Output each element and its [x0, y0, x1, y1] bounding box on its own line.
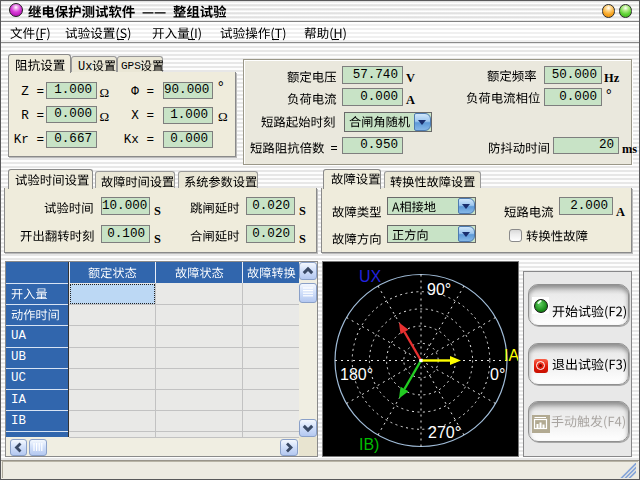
- svg-text:IA: IA: [504, 347, 518, 364]
- svg-text:0°: 0°: [490, 366, 505, 383]
- svg-text:IB): IB): [359, 436, 379, 453]
- svg-text:UX: UX: [359, 268, 382, 285]
- svg-text:270°: 270°: [428, 424, 461, 441]
- svg-text:90°: 90°: [427, 281, 451, 298]
- svg-text:180°: 180°: [340, 366, 373, 383]
